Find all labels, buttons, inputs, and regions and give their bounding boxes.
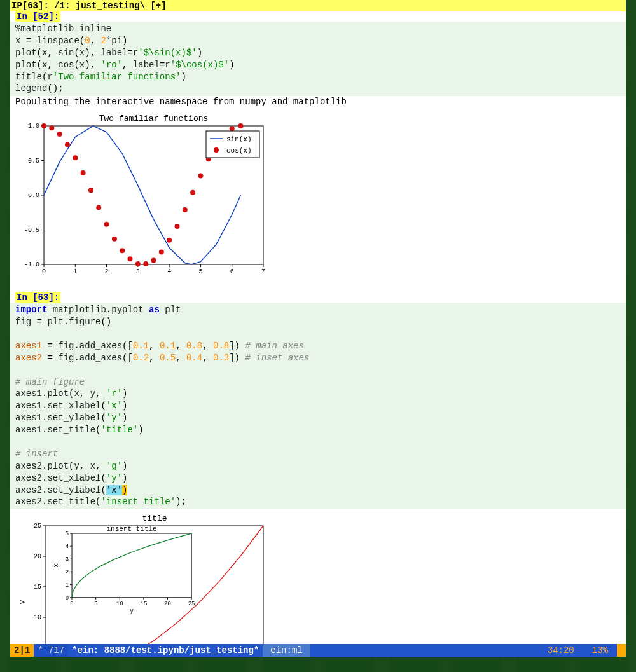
svg-text:x: x xyxy=(53,564,60,568)
svg-point-31 xyxy=(65,142,70,147)
svg-text:20: 20 xyxy=(164,601,171,607)
svg-point-33 xyxy=(81,170,86,175)
code-cell-1[interactable]: %matplotlib inline x = linspace(0, 2*pi)… xyxy=(10,22,626,96)
svg-text:7: 7 xyxy=(261,268,265,275)
minor-mode: ein:ml xyxy=(263,644,310,657)
svg-text:4: 4 xyxy=(167,268,171,275)
svg-point-47 xyxy=(190,190,195,195)
svg-point-57 xyxy=(214,147,219,153)
scroll-percent: 13% xyxy=(583,644,617,657)
svg-text:cos(x): cos(x) xyxy=(226,147,252,154)
svg-point-53 xyxy=(238,123,244,128)
chart-svg-2: 0123450510152025titlexy0510152025012345i… xyxy=(15,513,270,645)
svg-point-48 xyxy=(198,174,203,179)
svg-text:1.0: 1.0 xyxy=(28,123,39,130)
svg-text:5: 5 xyxy=(198,268,202,275)
svg-point-37 xyxy=(112,237,117,242)
svg-text:0: 0 xyxy=(66,595,69,601)
chart-svg-1: 01234567-1.0-0.50.00.51.0Two familiar fu… xyxy=(15,112,266,277)
cursor-position: 34:20 xyxy=(539,644,583,657)
svg-point-42 xyxy=(151,258,156,263)
mode-indicator: 2|1 xyxy=(10,644,34,657)
svg-text:sin(x): sin(x) xyxy=(226,135,252,143)
svg-text:Two familiar functions: Two familiar functions xyxy=(99,114,209,123)
svg-text:-0.5: -0.5 xyxy=(24,227,39,234)
code-cell-2[interactable]: import matplotlib.pyplot as plt fig = pl… xyxy=(10,303,626,509)
svg-text:15: 15 xyxy=(34,584,41,591)
svg-text:0.0: 0.0 xyxy=(28,192,39,199)
chart-2: 0123450510152025titlexy0510152025012345i… xyxy=(10,509,626,645)
mode-star: * 717 xyxy=(34,644,68,657)
chart-1: 01234567-1.0-0.50.00.51.0Two familiar fu… xyxy=(10,108,626,284)
svg-text:2: 2 xyxy=(66,570,69,576)
svg-rect-87 xyxy=(72,533,191,598)
svg-text:y: y xyxy=(18,600,26,605)
svg-text:10: 10 xyxy=(34,614,41,621)
svg-text:1: 1 xyxy=(73,268,77,275)
svg-point-52 xyxy=(230,127,235,132)
svg-point-41 xyxy=(143,261,148,266)
svg-text:y: y xyxy=(130,608,134,615)
svg-text:1: 1 xyxy=(66,582,69,589)
svg-text:-1.0: -1.0 xyxy=(24,261,39,268)
svg-point-45 xyxy=(174,224,179,229)
svg-point-30 xyxy=(57,132,62,137)
svg-point-28 xyxy=(41,123,46,128)
svg-text:0.5: 0.5 xyxy=(28,158,39,165)
cell-prompt: In [52]: xyxy=(15,11,60,22)
modeline: 2|1 * 717 *ein: 8888/test.ipynb/just_tes… xyxy=(10,644,626,657)
svg-text:15: 15 xyxy=(140,601,147,607)
svg-point-44 xyxy=(167,238,172,243)
editor-window: IP[63]: /1: just_testing\ [+] In [52]: %… xyxy=(10,0,626,645)
svg-text:25: 25 xyxy=(34,523,41,530)
svg-point-34 xyxy=(88,188,93,193)
svg-point-46 xyxy=(183,207,188,212)
svg-point-40 xyxy=(135,261,141,266)
svg-point-39 xyxy=(128,257,133,262)
svg-point-29 xyxy=(49,126,54,131)
svg-text:0: 0 xyxy=(42,268,46,275)
svg-text:4: 4 xyxy=(66,544,69,551)
svg-text:3: 3 xyxy=(66,557,69,563)
window-title: IP[63]: /1: just_testing\ [+] xyxy=(10,0,626,11)
svg-text:20: 20 xyxy=(34,553,41,560)
svg-point-38 xyxy=(120,248,125,253)
svg-text:5: 5 xyxy=(94,601,97,607)
scroll-indicator xyxy=(617,644,626,657)
svg-text:25: 25 xyxy=(188,601,195,607)
svg-point-43 xyxy=(159,250,164,255)
notebook-content[interactable]: In [52]: %matplotlib inline x = linspace… xyxy=(10,11,626,645)
svg-point-35 xyxy=(96,205,101,210)
svg-text:0: 0 xyxy=(70,601,73,607)
buffer-name: *ein: 8888/test.ipynb/just_testing* xyxy=(68,644,263,657)
cell-output-text: Populating the interactive namespace fro… xyxy=(10,96,626,108)
svg-text:6: 6 xyxy=(230,268,234,275)
cell-prompt: In [63]: xyxy=(15,292,60,303)
svg-point-36 xyxy=(104,222,109,227)
svg-text:5: 5 xyxy=(66,531,69,537)
svg-text:10: 10 xyxy=(116,601,123,607)
svg-text:3: 3 xyxy=(136,268,140,275)
svg-text:2: 2 xyxy=(105,268,109,275)
svg-point-32 xyxy=(73,155,78,160)
svg-text:title: title xyxy=(142,514,167,523)
svg-text:insert title: insert title xyxy=(106,525,156,533)
